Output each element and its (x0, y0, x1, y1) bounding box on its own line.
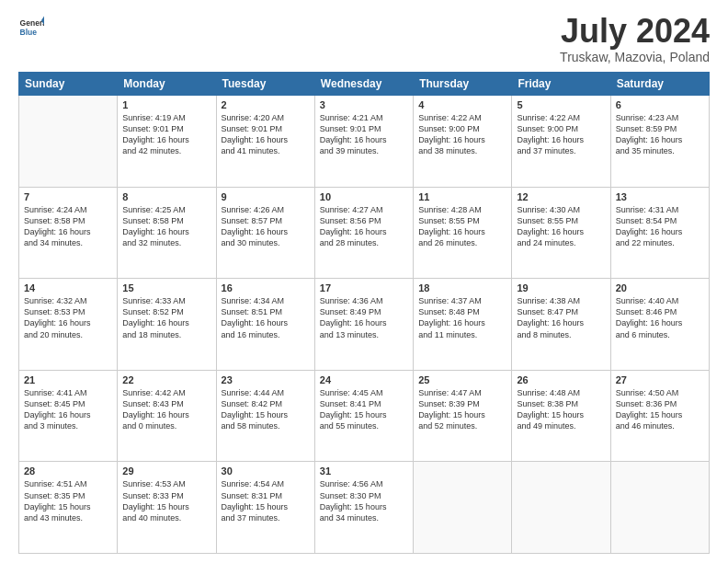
table-row: 4Sunrise: 4:22 AM Sunset: 9:00 PM Daylig… (414, 96, 512, 188)
day-info: Sunrise: 4:19 AM Sunset: 9:01 PM Dayligh… (122, 112, 210, 157)
day-info: Sunrise: 4:50 AM Sunset: 8:36 PM Dayligh… (616, 387, 704, 432)
day-info: Sunrise: 4:45 AM Sunset: 8:41 PM Dayligh… (320, 387, 408, 432)
day-number: 29 (122, 465, 210, 477)
day-number: 25 (418, 374, 506, 385)
day-info: Sunrise: 4:42 AM Sunset: 8:43 PM Dayligh… (122, 387, 210, 432)
day-number: 5 (517, 99, 605, 110)
day-number: 21 (24, 374, 112, 385)
table-row: 16Sunrise: 4:34 AM Sunset: 8:51 PM Dayli… (216, 279, 314, 371)
calendar-week-row: 1Sunrise: 4:19 AM Sunset: 9:01 PM Daylig… (19, 96, 710, 188)
header-sunday: Sunday (19, 73, 118, 96)
svg-text:Blue: Blue (20, 28, 38, 37)
calendar-table: Sunday Monday Tuesday Wednesday Thursday… (18, 72, 710, 554)
table-row: 13Sunrise: 4:31 AM Sunset: 8:54 PM Dayli… (610, 187, 709, 279)
header-tuesday: Tuesday (216, 73, 314, 96)
day-number: 28 (24, 465, 112, 477)
day-info: Sunrise: 4:30 AM Sunset: 8:55 PM Dayligh… (517, 204, 605, 249)
table-row: 26Sunrise: 4:48 AM Sunset: 8:38 PM Dayli… (512, 370, 610, 462)
day-info: Sunrise: 4:44 AM Sunset: 8:42 PM Dayligh… (222, 387, 310, 432)
table-row: 15Sunrise: 4:33 AM Sunset: 8:52 PM Dayli… (118, 279, 216, 371)
day-number: 26 (517, 374, 605, 385)
table-row: 18Sunrise: 4:37 AM Sunset: 8:48 PM Dayli… (414, 279, 512, 371)
day-number: 31 (320, 465, 408, 477)
calendar-week-row: 14Sunrise: 4:32 AM Sunset: 8:53 PM Dayli… (19, 279, 710, 371)
day-info: Sunrise: 4:41 AM Sunset: 8:45 PM Dayligh… (24, 387, 112, 432)
logo-icon: General Blue (18, 15, 44, 40)
day-info: Sunrise: 4:21 AM Sunset: 9:01 PM Dayligh… (320, 112, 408, 157)
day-number: 10 (320, 191, 408, 202)
day-number: 30 (222, 465, 310, 477)
day-info: Sunrise: 4:31 AM Sunset: 8:54 PM Dayligh… (616, 204, 704, 249)
day-number: 7 (24, 191, 112, 202)
day-info: Sunrise: 4:54 AM Sunset: 8:31 PM Dayligh… (222, 478, 310, 523)
day-info: Sunrise: 4:33 AM Sunset: 8:52 PM Dayligh… (122, 295, 210, 340)
table-row: 27Sunrise: 4:50 AM Sunset: 8:36 PM Dayli… (610, 370, 709, 462)
day-info: Sunrise: 4:24 AM Sunset: 8:58 PM Dayligh… (24, 204, 112, 249)
table-row: 14Sunrise: 4:32 AM Sunset: 8:53 PM Dayli… (19, 279, 118, 371)
header-saturday: Saturday (610, 73, 709, 96)
table-row: 7Sunrise: 4:24 AM Sunset: 8:58 PM Daylig… (19, 187, 118, 279)
day-number: 24 (320, 374, 408, 385)
day-number: 20 (616, 282, 704, 293)
table-row: 3Sunrise: 4:21 AM Sunset: 9:01 PM Daylig… (314, 96, 413, 188)
table-row: 30Sunrise: 4:54 AM Sunset: 8:31 PM Dayli… (216, 462, 314, 554)
table-row: 17Sunrise: 4:36 AM Sunset: 8:49 PM Dayli… (314, 279, 413, 371)
day-number: 23 (222, 374, 310, 385)
table-row (512, 462, 610, 554)
day-number: 22 (122, 374, 210, 385)
day-info: Sunrise: 4:47 AM Sunset: 8:39 PM Dayligh… (418, 387, 506, 432)
table-row: 5Sunrise: 4:22 AM Sunset: 9:00 PM Daylig… (512, 96, 610, 188)
day-info: Sunrise: 4:28 AM Sunset: 8:55 PM Dayligh… (418, 204, 506, 249)
calendar-week-row: 7Sunrise: 4:24 AM Sunset: 8:58 PM Daylig… (19, 187, 710, 279)
day-info: Sunrise: 4:23 AM Sunset: 8:59 PM Dayligh… (616, 112, 704, 157)
day-number: 13 (616, 191, 704, 202)
day-number: 9 (222, 191, 310, 202)
day-info: Sunrise: 4:51 AM Sunset: 8:35 PM Dayligh… (24, 478, 112, 523)
table-row: 19Sunrise: 4:38 AM Sunset: 8:47 PM Dayli… (512, 279, 610, 371)
table-row (414, 462, 512, 554)
day-number: 12 (517, 191, 605, 202)
day-number: 27 (616, 374, 704, 385)
page: General Blue July 2024 Truskaw, Mazovia,… (0, 0, 728, 563)
table-row: 2Sunrise: 4:20 AM Sunset: 9:01 PM Daylig… (216, 96, 314, 188)
table-row (19, 96, 118, 188)
day-info: Sunrise: 4:22 AM Sunset: 9:00 PM Dayligh… (418, 112, 506, 157)
day-info: Sunrise: 4:53 AM Sunset: 8:33 PM Dayligh… (122, 478, 210, 523)
day-number: 19 (517, 282, 605, 293)
table-row: 22Sunrise: 4:42 AM Sunset: 8:43 PM Dayli… (118, 370, 216, 462)
table-row: 25Sunrise: 4:47 AM Sunset: 8:39 PM Dayli… (414, 370, 512, 462)
calendar-location: Truskaw, Mazovia, Poland (560, 50, 710, 64)
day-number: 14 (24, 282, 112, 293)
calendar-week-row: 28Sunrise: 4:51 AM Sunset: 8:35 PM Dayli… (19, 462, 710, 554)
day-info: Sunrise: 4:32 AM Sunset: 8:53 PM Dayligh… (24, 295, 112, 340)
day-number: 16 (222, 282, 310, 293)
table-row: 12Sunrise: 4:30 AM Sunset: 8:55 PM Dayli… (512, 187, 610, 279)
table-row: 24Sunrise: 4:45 AM Sunset: 8:41 PM Dayli… (314, 370, 413, 462)
day-number: 1 (122, 99, 210, 110)
svg-text:General: General (20, 18, 44, 28)
title-block: July 2024 Truskaw, Mazovia, Poland (560, 15, 710, 64)
day-info: Sunrise: 4:27 AM Sunset: 8:56 PM Dayligh… (320, 204, 408, 249)
day-number: 2 (222, 99, 310, 110)
day-info: Sunrise: 4:34 AM Sunset: 8:51 PM Dayligh… (222, 295, 310, 340)
table-row: 8Sunrise: 4:25 AM Sunset: 8:58 PM Daylig… (118, 187, 216, 279)
day-info: Sunrise: 4:56 AM Sunset: 8:30 PM Dayligh… (320, 478, 408, 523)
table-row: 9Sunrise: 4:26 AM Sunset: 8:57 PM Daylig… (216, 187, 314, 279)
weekday-header-row: Sunday Monday Tuesday Wednesday Thursday… (19, 73, 710, 96)
table-row: 31Sunrise: 4:56 AM Sunset: 8:30 PM Dayli… (314, 462, 413, 554)
day-info: Sunrise: 4:37 AM Sunset: 8:48 PM Dayligh… (418, 295, 506, 340)
day-info: Sunrise: 4:22 AM Sunset: 9:00 PM Dayligh… (517, 112, 605, 157)
day-number: 17 (320, 282, 408, 293)
day-number: 15 (122, 282, 210, 293)
day-info: Sunrise: 4:26 AM Sunset: 8:57 PM Dayligh… (222, 204, 310, 249)
table-row: 20Sunrise: 4:40 AM Sunset: 8:46 PM Dayli… (610, 279, 709, 371)
header-thursday: Thursday (414, 73, 512, 96)
calendar-title: July 2024 (560, 15, 710, 48)
day-number: 18 (418, 282, 506, 293)
day-info: Sunrise: 4:40 AM Sunset: 8:46 PM Dayligh… (616, 295, 704, 340)
day-info: Sunrise: 4:36 AM Sunset: 8:49 PM Dayligh… (320, 295, 408, 340)
day-number: 4 (418, 99, 506, 110)
day-number: 3 (320, 99, 408, 110)
calendar-week-row: 21Sunrise: 4:41 AM Sunset: 8:45 PM Dayli… (19, 370, 710, 462)
day-number: 11 (418, 191, 506, 202)
